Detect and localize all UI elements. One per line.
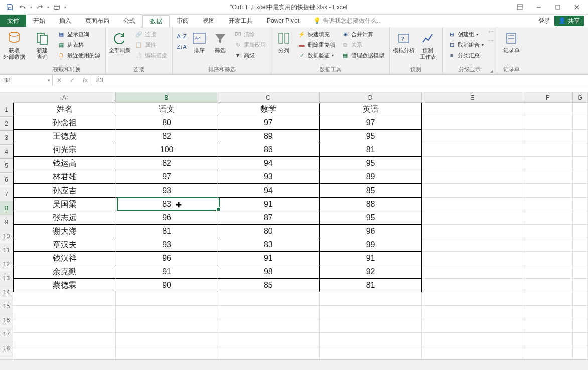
cell-A14[interactable]: 蔡德霖: [13, 279, 116, 292]
cell-A18[interactable]: [13, 333, 116, 346]
cell-A8[interactable]: 吴国梁: [13, 198, 116, 211]
cell-E8[interactable]: [422, 198, 523, 211]
cell-A19[interactable]: [13, 346, 116, 360]
cell-F3[interactable]: [523, 130, 573, 143]
cell-C7[interactable]: 94: [217, 184, 320, 198]
cell-D7[interactable]: 85: [320, 184, 422, 198]
sort-desc-button[interactable]: Z↓A: [176, 42, 188, 52]
cell-F9[interactable]: [523, 211, 573, 225]
cell-D11[interactable]: 99: [320, 238, 422, 252]
cell-C14[interactable]: 85: [217, 279, 320, 292]
cell-A11[interactable]: 章汉夫: [13, 238, 116, 252]
cell-D12[interactable]: 91: [320, 252, 422, 265]
undo-dropdown-icon[interactable]: ▾: [30, 5, 32, 10]
cell-B8[interactable]: 83: [116, 198, 218, 211]
cell-D1[interactable]: 英语: [320, 103, 422, 116]
cell-G1[interactable]: [573, 103, 588, 116]
cell-F6[interactable]: [523, 170, 573, 184]
cell-B12[interactable]: 96: [116, 252, 218, 265]
cell-F12[interactable]: [523, 252, 573, 265]
cell-F14[interactable]: [523, 279, 573, 292]
forecast-sheet-button[interactable]: 预测 工作表: [417, 28, 439, 60]
subtotal-button[interactable]: ≡分类汇总: [446, 50, 486, 60]
cell-E6[interactable]: [422, 170, 523, 184]
cell-B16[interactable]: [116, 306, 217, 319]
cell-B18[interactable]: [116, 333, 217, 346]
redo-dropdown-icon[interactable]: ▾: [47, 5, 49, 10]
cell-E10[interactable]: [422, 225, 523, 238]
cell-B1[interactable]: 语文: [116, 103, 218, 116]
cell-G10[interactable]: [573, 225, 588, 238]
cell-A5[interactable]: 钱运高: [13, 157, 116, 170]
cell-D6[interactable]: 89: [320, 170, 422, 184]
cell-G18[interactable]: [573, 333, 588, 346]
cell-A13[interactable]: 余克勤: [13, 265, 116, 279]
row-header-4[interactable]: 4: [0, 145, 13, 159]
cell-G19[interactable]: [573, 346, 588, 360]
get-external-data-button[interactable]: 获取 外部数据: [3, 28, 25, 60]
row-header-12[interactable]: 12: [0, 257, 13, 271]
column-header-B[interactable]: B: [116, 93, 217, 103]
refresh-all-button[interactable]: 全部刷新: [109, 28, 131, 54]
row-header-16[interactable]: 16: [0, 313, 13, 327]
cell-A3[interactable]: 王德茂: [13, 130, 116, 143]
close-icon[interactable]: [568, 1, 586, 13]
cell-B2[interactable]: 80: [116, 116, 218, 130]
cell-E19[interactable]: [422, 346, 523, 360]
cell-B14[interactable]: 90: [116, 279, 218, 292]
cell-F17[interactable]: [523, 319, 573, 333]
cell-F4[interactable]: [523, 143, 573, 157]
filter-button[interactable]: 筛选: [211, 28, 230, 54]
cell-A12[interactable]: 钱汉祥: [13, 252, 116, 265]
cell-D17[interactable]: [320, 319, 422, 333]
cell-F5[interactable]: [523, 157, 573, 170]
cell-F13[interactable]: [523, 265, 573, 279]
cell-F1[interactable]: [523, 103, 573, 116]
cell-E15[interactable]: [422, 292, 523, 306]
maximize-icon[interactable]: [549, 1, 567, 13]
minimize-icon[interactable]: [530, 1, 548, 13]
cell-G8[interactable]: [573, 198, 588, 211]
row-header-7[interactable]: 7: [0, 187, 13, 201]
cell-E17[interactable]: [422, 319, 523, 333]
cell-C11[interactable]: 83: [217, 238, 320, 252]
row-header-18[interactable]: 18: [0, 341, 13, 355]
cell-F18[interactable]: [523, 333, 573, 346]
cell-C3[interactable]: 89: [217, 130, 320, 143]
tab-data[interactable]: 数据: [142, 15, 170, 27]
data-validation-button[interactable]: ✓数据验证 ▾: [296, 50, 337, 60]
row-header-6[interactable]: 6: [0, 173, 13, 187]
tab-home[interactable]: 开始: [26, 15, 52, 27]
cell-C17[interactable]: [217, 319, 320, 333]
row-header-5[interactable]: 5: [0, 159, 13, 173]
cell-B7[interactable]: 93: [116, 184, 218, 198]
tab-file[interactable]: 文件: [0, 15, 26, 27]
cell-B10[interactable]: 81: [116, 225, 218, 238]
row-header-10[interactable]: 10: [0, 229, 13, 243]
cell-D18[interactable]: [320, 333, 422, 346]
cell-C4[interactable]: 86: [217, 143, 320, 157]
cancel-entry-icon[interactable]: ✕: [53, 77, 66, 84]
cell-B3[interactable]: 82: [116, 130, 218, 143]
column-header-E[interactable]: E: [422, 93, 523, 103]
tab-view[interactable]: 视图: [196, 15, 222, 27]
cell-E18[interactable]: [422, 333, 523, 346]
column-header-G[interactable]: G: [573, 93, 588, 103]
cell-B11[interactable]: 93: [116, 238, 218, 252]
column-header-A[interactable]: A: [13, 93, 116, 103]
form-button[interactable]: 记录单: [500, 28, 522, 54]
tab-review[interactable]: 审阅: [170, 15, 196, 27]
recent-sources-button[interactable]: 🗋最近使用的源: [55, 50, 102, 60]
ribbon-display-options-icon[interactable]: [511, 1, 529, 13]
cell-C13[interactable]: 98: [217, 265, 320, 279]
column-header-C[interactable]: C: [217, 93, 320, 103]
cell-G7[interactable]: [573, 184, 588, 198]
row-header-15[interactable]: 15: [0, 299, 13, 313]
tab-developer[interactable]: 开发工具: [222, 15, 260, 27]
cell-B4[interactable]: 100: [116, 143, 218, 157]
show-queries-button[interactable]: ▦显示查询: [55, 29, 102, 39]
cell-E11[interactable]: [422, 238, 523, 252]
advanced-filter-button[interactable]: ▼高级: [232, 50, 268, 60]
cell-G3[interactable]: [573, 130, 588, 143]
cell-D4[interactable]: 81: [320, 143, 422, 157]
